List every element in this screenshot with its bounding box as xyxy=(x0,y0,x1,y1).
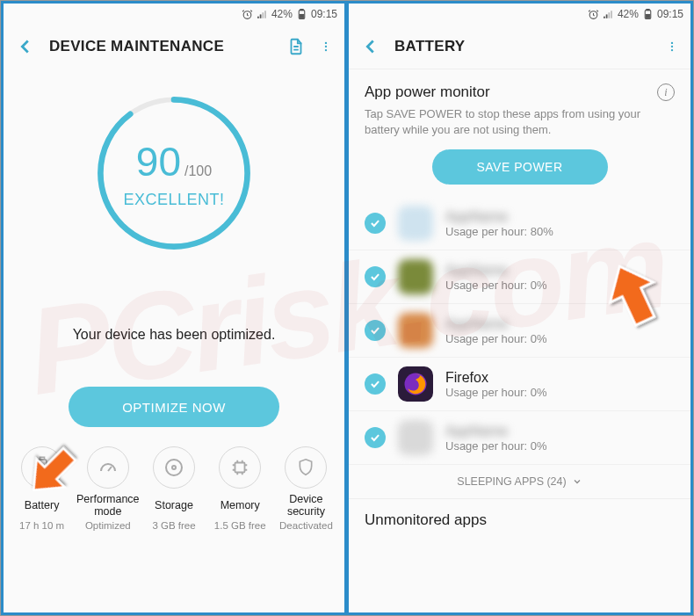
page-title: BATTERY xyxy=(394,38,652,55)
svg-point-20 xyxy=(671,49,673,51)
svg-rect-13 xyxy=(235,463,245,473)
svg-rect-2 xyxy=(300,9,303,10)
checkbox-checked[interactable] xyxy=(365,213,386,234)
chip-icon xyxy=(219,446,261,489)
svg-rect-17 xyxy=(646,14,649,18)
svg-point-6 xyxy=(325,49,327,51)
cat-performance[interactable]: Performance mode Optimized xyxy=(75,446,141,531)
app-usage: Usage per hour: 0% xyxy=(445,332,675,345)
app-icon xyxy=(398,259,433,294)
svg-rect-9 xyxy=(38,460,47,475)
battery-pct: 42% xyxy=(271,8,293,20)
cat-security[interactable]: Device security Deactivated xyxy=(273,446,339,531)
app-row[interactable]: FirefoxUsage per hour: 0% xyxy=(349,358,690,411)
battery-icon xyxy=(642,9,654,20)
app-usage: Usage per hour: 80% xyxy=(445,225,675,238)
checkbox-checked[interactable] xyxy=(365,427,386,448)
status-bar: 42% 09:15 xyxy=(349,4,690,25)
status-bar: 42% 09:15 xyxy=(4,4,344,25)
app-info: AppNameUsage per hour: 0% xyxy=(445,424,675,453)
app-icon xyxy=(398,313,433,348)
phone-left: 42% 09:15 DEVICE MAINTENANCE 90 /100 xyxy=(1,1,347,615)
score-section: 90 /100 EXCELLENT! xyxy=(4,69,344,257)
signal-icon xyxy=(603,9,614,20)
cat-storage[interactable]: Storage 3 GB free xyxy=(141,446,206,531)
cat-memory[interactable]: Memory 1.5 GB free xyxy=(207,446,273,531)
overflow-menu[interactable] xyxy=(320,37,332,56)
alarm-icon xyxy=(588,9,599,20)
app-row[interactable]: AppNameUsage per hour: 80% xyxy=(349,197,690,250)
app-usage: Usage per hour: 0% xyxy=(445,439,675,453)
app-row[interactable]: AppNameUsage per hour: 0% xyxy=(349,250,690,304)
disc-icon xyxy=(153,446,195,489)
app-name: Firefox xyxy=(445,370,675,386)
checkbox-checked[interactable] xyxy=(365,266,386,287)
svg-rect-10 xyxy=(40,457,44,460)
cat-battery[interactable]: Battery 17 h 10 m xyxy=(9,446,75,531)
svg-point-5 xyxy=(325,46,327,47)
app-list: AppNameUsage per hour: 80%AppNameUsage p… xyxy=(349,197,690,465)
battery-icon xyxy=(296,9,307,20)
app-name: AppName xyxy=(445,209,675,225)
svg-rect-3 xyxy=(300,14,303,18)
battery-outline-icon xyxy=(21,446,63,489)
unmonitored-heading: Unmonitored apps xyxy=(349,499,690,531)
list-icon[interactable] xyxy=(286,37,306,56)
back-button[interactable] xyxy=(16,37,35,56)
score-value: 90 xyxy=(136,138,181,185)
checkbox-checked[interactable] xyxy=(365,373,386,395)
score-ring: 90 /100 EXCELLENT! xyxy=(90,90,257,257)
score-max: /100 xyxy=(184,163,212,179)
svg-rect-16 xyxy=(647,9,649,10)
chevron-down-icon xyxy=(572,476,582,487)
svg-point-18 xyxy=(671,42,673,44)
phone-right: 42% 09:15 BATTERY App power monitor i Ta… xyxy=(347,1,693,615)
section-header: App power monitor i xyxy=(349,69,690,105)
category-row: Battery 17 h 10 m Performance mode Optim… xyxy=(4,431,344,540)
app-icon xyxy=(398,366,433,402)
app-name: AppName xyxy=(445,316,675,332)
overflow-menu[interactable] xyxy=(666,37,678,56)
app-icon xyxy=(398,420,433,455)
app-bar: DEVICE MAINTENANCE xyxy=(4,25,344,69)
section-title: App power monitor xyxy=(365,83,657,101)
shield-icon xyxy=(285,446,327,489)
app-info: AppNameUsage per hour: 0% xyxy=(445,316,675,345)
svg-point-4 xyxy=(325,42,327,44)
app-info: AppNameUsage per hour: 0% xyxy=(445,263,675,292)
back-button[interactable] xyxy=(361,37,380,56)
app-info: AppNameUsage per hour: 80% xyxy=(445,209,675,238)
score-word: EXCELLENT! xyxy=(123,191,224,209)
app-row[interactable]: AppNameUsage per hour: 0% xyxy=(349,304,690,358)
app-info: FirefoxUsage per hour: 0% xyxy=(445,370,675,399)
optimized-message: Your device has been optimized. xyxy=(4,327,344,343)
alarm-icon xyxy=(242,9,253,20)
clock-time: 09:15 xyxy=(657,8,683,20)
svg-point-19 xyxy=(671,46,673,47)
app-bar: BATTERY xyxy=(349,25,690,69)
save-power-button[interactable]: SAVE POWER xyxy=(432,149,608,185)
page-title: DEVICE MAINTENANCE xyxy=(49,38,272,55)
app-row[interactable]: AppNameUsage per hour: 0% xyxy=(349,411,690,465)
gauge-icon xyxy=(87,446,129,489)
section-subtitle: Tap SAVE POWER to stop these apps from u… xyxy=(349,105,690,137)
optimize-now-button[interactable]: OPTIMIZE NOW xyxy=(69,387,279,427)
clock-time: 09:15 xyxy=(311,8,337,20)
app-name: AppName xyxy=(445,424,675,439)
app-usage: Usage per hour: 0% xyxy=(445,386,675,399)
app-icon xyxy=(398,206,433,241)
app-usage: Usage per hour: 0% xyxy=(445,279,675,292)
checkbox-checked[interactable] xyxy=(365,320,386,341)
signal-icon xyxy=(257,9,268,20)
battery-pct: 42% xyxy=(618,8,639,20)
svg-point-12 xyxy=(172,466,176,469)
info-icon[interactable]: i xyxy=(657,83,675,101)
app-name: AppName xyxy=(445,263,675,279)
sleeping-apps-row[interactable]: SLEEPING APPS (24) xyxy=(349,465,690,499)
svg-point-11 xyxy=(166,460,182,475)
